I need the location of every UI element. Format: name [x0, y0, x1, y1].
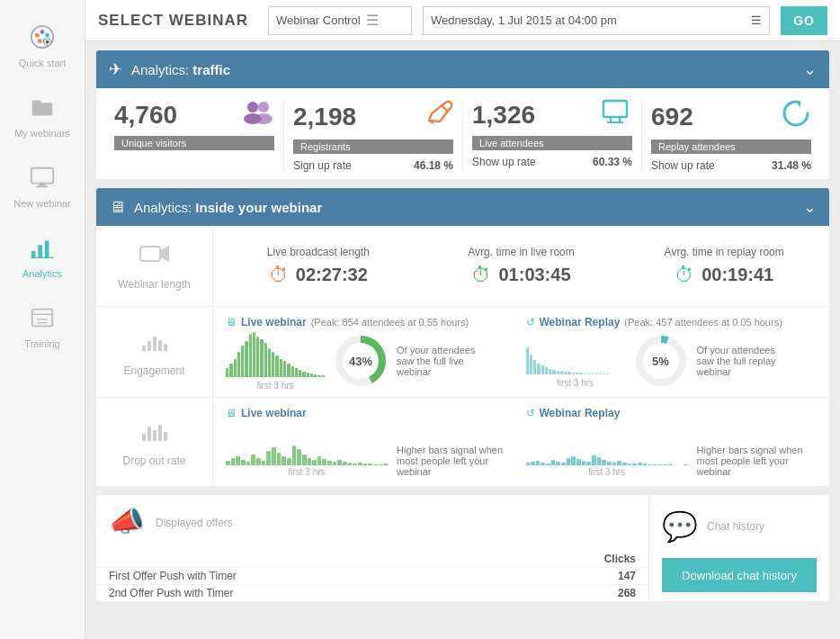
- svg-rect-35: [158, 340, 162, 351]
- monitor-dropout-icon: 🖥: [226, 407, 237, 419]
- replay-attendees-label: Replay attendees: [651, 140, 811, 154]
- inside-panel-title: Analytics: Inside your webinar: [134, 200, 794, 215]
- inside-panel-header: 🖥 Analytics: Inside your webinar ⌄: [96, 188, 829, 226]
- sidebar-item-training[interactable]: Training: [0, 290, 85, 360]
- dropout-replay: ↺ Webinar Replay first 3 hrs Higher bars…: [526, 407, 818, 477]
- live-attendees-label: Live attendees: [472, 136, 632, 150]
- content-area: ✈ Analytics: traffic ⌄ 4,760 Unique visi…: [85, 41, 840, 610]
- dropout-live-body: first 3 hrs Higher bars signal when most…: [226, 423, 517, 477]
- sidebar-item-label: Training: [24, 338, 59, 349]
- unique-visitors-count: 4,760: [114, 101, 177, 130]
- webinar-menu-icon[interactable]: ☰: [366, 12, 379, 29]
- webinar-length-label-cell: Webinar length: [96, 226, 213, 306]
- inside-chevron-icon[interactable]: ⌄: [803, 197, 817, 217]
- camera-icon: [139, 241, 171, 273]
- svg-rect-8: [31, 168, 53, 184]
- svg-rect-43: [153, 430, 156, 441]
- webinar-length-content: Live broadcast length ⏱ 02:27:32 Avrg. t…: [213, 226, 829, 306]
- engagement-row: Engagement 🖥 Live webinar (Peak: 854 att…: [96, 307, 829, 398]
- engagement-replay-body: first 3 hrs 5% Of your attendees saw the…: [526, 334, 818, 388]
- stat-live-attendees: 1,326 Live attendees Show up rate 60.33 …: [463, 99, 642, 174]
- stat-unique-visitors: 4,760 Unique visitors: [105, 99, 284, 174]
- traffic-panel: ✈ Analytics: traffic ⌄ 4,760 Unique visi…: [96, 50, 829, 179]
- sidebar-item-label: Analytics: [22, 268, 62, 279]
- clock-orange-icon: ⏱: [269, 264, 289, 287]
- svg-rect-41: [142, 434, 146, 441]
- live-attendees-count: 1,326: [472, 101, 535, 130]
- svg-line-23: [442, 105, 448, 112]
- dropout-icon: [140, 418, 169, 449]
- svg-rect-42: [147, 427, 151, 441]
- engagement-label: Engagement: [123, 364, 184, 377]
- bottom-row: 📣 Displayed offers Clicks First Offer Pu…: [96, 495, 829, 601]
- svg-point-22: [255, 113, 273, 124]
- clock-green-icon: ⏱: [471, 264, 491, 287]
- registrants-rate: Sign up rate 46.18 %: [293, 158, 453, 174]
- header: SELECT WEBINAR Webinar Control ☰ Wednesd…: [85, 0, 840, 41]
- replay-icon: [782, 99, 811, 134]
- svg-rect-11: [31, 251, 36, 258]
- sidebar-item-my-webinars[interactable]: My webinars: [0, 79, 85, 149]
- traffic-panel-title: Analytics: traffic: [131, 62, 794, 77]
- webinar-length-row: Webinar length Live broadcast length ⏱ 0…: [96, 226, 829, 307]
- live-donut-chart: 43%: [334, 334, 388, 388]
- replay-dropout-icon: ↺: [526, 407, 535, 419]
- download-chat-button[interactable]: Download chat history: [662, 558, 817, 592]
- engagement-replay: ↺ Webinar Replay (Peak: 457 attendees at…: [526, 316, 818, 388]
- svg-point-20: [258, 102, 269, 112]
- dropout-label: Drop out rate: [122, 454, 185, 467]
- replay-donut-chart: 5%: [634, 334, 688, 388]
- webinar-control-label: Webinar Control: [276, 14, 361, 27]
- engagement-live-body: first 3 hrs 43% Of your attendees saw th…: [226, 334, 517, 388]
- go-button[interactable]: GO: [781, 6, 827, 35]
- engagement-icon: [140, 328, 169, 359]
- monitor-icon-2: 🖥: [109, 198, 125, 217]
- clock-cyan-icon: ⏱: [675, 264, 694, 287]
- dropout-replay-body: first 3 hrs Higher bars signal when most…: [526, 423, 818, 477]
- plane-icon: ✈: [109, 59, 122, 79]
- date-menu-icon[interactable]: ☰: [751, 14, 762, 27]
- engagement-replay-title: ↺ Webinar Replay (Peak: 457 attendees at…: [526, 316, 818, 328]
- svg-point-7: [46, 40, 49, 44]
- engagement-content: 🖥 Live webinar (Peak: 854 attendees at 0…: [213, 307, 829, 397]
- replay-engagement-chart: first 3 hrs: [526, 334, 625, 388]
- date-selector[interactable]: Wednesday, 1 Jul 2015 at 04:00 pm ☰: [423, 6, 770, 35]
- users-icon: [242, 99, 274, 130]
- svg-point-19: [247, 102, 258, 112]
- svg-rect-33: [147, 341, 151, 351]
- live-broadcast-time: 02:27:32: [296, 265, 368, 285]
- svg-rect-45: [164, 432, 167, 441]
- replay-small-icon: ↺: [526, 316, 535, 328]
- monitor-icon: [25, 160, 59, 194]
- svg-rect-13: [45, 241, 49, 258]
- dropout-content: 🖥 Live webinar first 3 hrs Higher bars s…: [213, 398, 829, 486]
- svg-rect-36: [164, 344, 167, 351]
- svg-rect-25: [603, 101, 627, 117]
- offer-row-1: First Offer Push with Timer 147: [96, 567, 648, 584]
- svg-marker-31: [160, 246, 169, 262]
- svg-point-1: [35, 33, 40, 38]
- registrants-label: Registrants: [293, 140, 453, 154]
- monitor-small-icon: 🖥: [226, 316, 237, 328]
- svg-rect-12: [38, 245, 42, 257]
- sidebar-item-new-webinar[interactable]: New webinar: [0, 149, 85, 220]
- folder-icon: [25, 90, 59, 124]
- traffic-chevron-icon[interactable]: ⌄: [803, 59, 817, 79]
- engagement-live: 🖥 Live webinar (Peak: 854 attendees at 0…: [226, 316, 517, 388]
- analytics-icon: [25, 230, 59, 265]
- svg-point-3: [45, 33, 49, 38]
- svg-rect-10: [36, 185, 48, 187]
- sidebar-item-quick-start[interactable]: Quick start: [0, 9, 85, 79]
- dropout-live-title: 🖥 Live webinar: [226, 407, 517, 419]
- datetime-label: Wednesday, 1 Jul 2015 at 04:00 pm: [431, 14, 617, 27]
- sidebar-item-label: Quick start: [19, 58, 67, 68]
- replay-attendees-rate: Show up rate 31.48 %: [651, 158, 811, 174]
- sidebar-item-analytics[interactable]: Analytics: [0, 220, 85, 290]
- displayed-offers-label: Displayed offers: [156, 517, 233, 529]
- webinar-selector[interactable]: Webinar Control ☰: [268, 6, 412, 35]
- svg-rect-9: [39, 184, 46, 186]
- registrants-count: 2,198: [293, 103, 356, 131]
- inside-rows: Webinar length Live broadcast length ⏱ 0…: [96, 226, 829, 486]
- svg-rect-34: [153, 337, 156, 351]
- main-content: SELECT WEBINAR Webinar Control ☰ Wednesd…: [85, 0, 840, 639]
